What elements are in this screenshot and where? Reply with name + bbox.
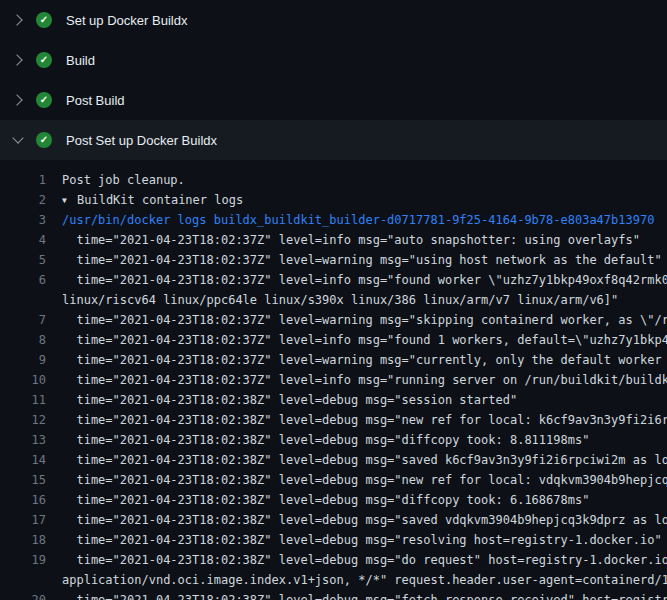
log-row: 17 time="2021-04-23T18:02:38Z" level=deb…	[0, 510, 667, 530]
log-line-number[interactable]: 1	[0, 170, 46, 190]
step-title: Post Build	[66, 93, 125, 108]
step-title: Set up Docker Buildx	[66, 13, 187, 28]
log-row: 3 /usr/bin/docker logs buildx_buildkit_b…	[0, 210, 667, 230]
log-line-text: time="2021-04-23T18:02:37Z" level=info m…	[46, 230, 667, 250]
log-line-text: ▼BuildKit container logs	[46, 190, 667, 210]
log-row: 8 time="2021-04-23T18:02:37Z" level=info…	[0, 330, 667, 350]
steps-list: ✓ Set up Docker Buildx ✓ Build ✓ Post Bu…	[0, 0, 667, 160]
log-row: 15 time="2021-04-23T18:02:38Z" level=deb…	[0, 470, 667, 490]
log-line-number[interactable]: 17	[0, 510, 46, 530]
log-line-text: time="2021-04-23T18:02:38Z" level=debug …	[46, 530, 667, 550]
log-row: 20 time="2021-04-23T18:02:38Z" level=deb…	[0, 590, 667, 600]
log-line-number[interactable]: 15	[0, 470, 46, 490]
log-row: 11 time="2021-04-23T18:02:38Z" level=deb…	[0, 390, 667, 410]
log-line-number[interactable]: 2	[0, 190, 46, 210]
log-row: 2 ▼BuildKit container logs	[0, 190, 667, 210]
log-line-text: time="2021-04-23T18:02:37Z" level=warnin…	[46, 310, 667, 330]
chevron-right-icon[interactable]	[12, 14, 24, 26]
log-line-text: application/vnd.oci.image.index.v1+json,…	[46, 570, 667, 590]
log-line-text: time="2021-04-23T18:02:38Z" level=debug …	[46, 390, 667, 410]
step-header[interactable]: ✓ Set up Docker Buildx	[0, 0, 667, 40]
log-line-text: time="2021-04-23T18:02:37Z" level=info m…	[46, 330, 667, 350]
log-line-number[interactable]: 19	[0, 550, 46, 570]
log-line-text: time="2021-04-23T18:02:37Z" level=info m…	[46, 270, 667, 290]
log-row: application/vnd.oci.image.index.v1+json,…	[0, 570, 667, 590]
log-line-text: time="2021-04-23T18:02:38Z" level=debug …	[46, 470, 667, 490]
log-line-text: time="2021-04-23T18:02:38Z" level=debug …	[46, 550, 667, 570]
log-line-number[interactable]: 4	[0, 230, 46, 250]
group-title: BuildKit container logs	[77, 193, 243, 207]
log-line-text: time="2021-04-23T18:02:38Z" level=debug …	[46, 490, 667, 510]
log-line-text: /usr/bin/docker logs buildx_buildkit_bui…	[46, 210, 667, 230]
log-line-text: time="2021-04-23T18:02:38Z" level=debug …	[46, 510, 667, 530]
log-line-text: time="2021-04-23T18:02:37Z" level=warnin…	[46, 350, 667, 370]
log-line-number[interactable]: 20	[0, 590, 46, 600]
log-line-number[interactable]: 14	[0, 450, 46, 470]
log-row: 10 time="2021-04-23T18:02:37Z" level=inf…	[0, 370, 667, 390]
check-circle-icon: ✓	[36, 52, 52, 68]
log-line-number[interactable]: 11	[0, 390, 46, 410]
step-title: Post Set up Docker Buildx	[66, 133, 217, 148]
log-line-number[interactable]: 12	[0, 410, 46, 430]
step-title: Build	[66, 53, 95, 68]
group-toggle-icon[interactable]: ▼	[62, 191, 77, 210]
log-line-number[interactable]	[0, 290, 46, 310]
log-row: 7 time="2021-04-23T18:02:37Z" level=warn…	[0, 310, 667, 330]
log-line-number[interactable]: 6	[0, 270, 46, 290]
log-row: linux/riscv64 linux/ppc64le linux/s390x …	[0, 290, 667, 310]
log-row: 13 time="2021-04-23T18:02:38Z" level=deb…	[0, 430, 667, 450]
workflow-log-panel: ✓ Set up Docker Buildx ✓ Build ✓ Post Bu…	[0, 0, 667, 600]
log-line-number[interactable]: 18	[0, 530, 46, 550]
log-line-text: time="2021-04-23T18:02:38Z" level=debug …	[46, 450, 667, 470]
log-line-text: time="2021-04-23T18:02:38Z" level=debug …	[46, 590, 667, 600]
log-line-text: time="2021-04-23T18:02:37Z" level=info m…	[46, 370, 667, 390]
log-line-text: time="2021-04-23T18:02:38Z" level=debug …	[46, 430, 667, 450]
chevron-right-icon[interactable]	[12, 94, 24, 106]
log-line-number[interactable]: 8	[0, 330, 46, 350]
chevron-down-icon[interactable]	[12, 134, 24, 146]
log-row: 12 time="2021-04-23T18:02:38Z" level=deb…	[0, 410, 667, 430]
log-line-number[interactable]	[0, 570, 46, 590]
log-line-text: Post job cleanup.	[46, 170, 667, 190]
log-row: 4 time="2021-04-23T18:02:37Z" level=info…	[0, 230, 667, 250]
log-line-number[interactable]: 13	[0, 430, 46, 450]
log-line-number[interactable]: 16	[0, 490, 46, 510]
log-row: 14 time="2021-04-23T18:02:38Z" level=deb…	[0, 450, 667, 470]
log-row: 16 time="2021-04-23T18:02:38Z" level=deb…	[0, 490, 667, 510]
log-line-number[interactable]: 5	[0, 250, 46, 270]
log-line-text: time="2021-04-23T18:02:38Z" level=debug …	[46, 410, 667, 430]
step-header[interactable]: ✓ Post Build	[0, 80, 667, 120]
log-line-number[interactable]: 10	[0, 370, 46, 390]
log-line-number[interactable]: 7	[0, 310, 46, 330]
log-line-number[interactable]: 9	[0, 350, 46, 370]
log-row: 1 Post job cleanup.	[0, 170, 667, 190]
log-line-text: time="2021-04-23T18:02:37Z" level=warnin…	[46, 250, 667, 270]
check-circle-icon: ✓	[36, 12, 52, 28]
log-viewer: 1 Post job cleanup. 2 ▼BuildKit containe…	[0, 160, 667, 600]
chevron-right-icon[interactable]	[12, 54, 24, 66]
check-circle-icon: ✓	[36, 132, 52, 148]
log-row: 5 time="2021-04-23T18:02:37Z" level=warn…	[0, 250, 667, 270]
log-row: 18 time="2021-04-23T18:02:38Z" level=deb…	[0, 530, 667, 550]
log-row: 6 time="2021-04-23T18:02:37Z" level=info…	[0, 270, 667, 290]
log-line-number[interactable]: 3	[0, 210, 46, 230]
check-circle-icon: ✓	[36, 92, 52, 108]
log-row: 9 time="2021-04-23T18:02:37Z" level=warn…	[0, 350, 667, 370]
step-header[interactable]: ✓ Post Set up Docker Buildx	[0, 120, 667, 160]
log-row: 19 time="2021-04-23T18:02:38Z" level=deb…	[0, 550, 667, 570]
log-line-text: linux/riscv64 linux/ppc64le linux/s390x …	[46, 290, 667, 310]
step-header[interactable]: ✓ Build	[0, 40, 667, 80]
